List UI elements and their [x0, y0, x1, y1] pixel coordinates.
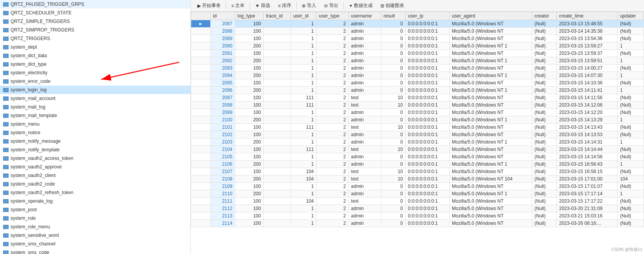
- sidebar-item-system_oauth2_approve[interactable]: system_oauth2_approve: [0, 163, 190, 171]
- sidebar-item-label: QRTZ_SCHEDULER_STATE: [11, 10, 72, 16]
- sidebar-item-system_sms_channel[interactable]: system_sms_channel: [0, 240, 190, 248]
- table-row[interactable]: 210210012admin00:0:0:0:0:0:0:1Mozilla/5.…: [191, 131, 644, 138]
- table-cell: Mozilla/5.0 (Windows NT: [449, 183, 532, 190]
- sidebar-item-system_notice[interactable]: system_notice: [0, 128, 190, 137]
- table-cell: 2105: [211, 153, 235, 161]
- toolbar-btn-数据生成[interactable]: ✦数据生成: [345, 1, 376, 11]
- sidebar-item-QRTZ_SIMPLE_TRIGGERS[interactable]: QRTZ_SIMPLE_TRIGGERS: [0, 17, 190, 26]
- table-row[interactable]: 210620012admin00:0:0:0:0:0:0:1Mozilla/5.…: [191, 161, 644, 168]
- sidebar-item-system_error_code[interactable]: system_error_code: [0, 77, 190, 86]
- table-row[interactable]: 209310012admin00:0:0:0:0:0:0:1Mozilla/5.…: [191, 65, 644, 72]
- row-indicator: [191, 220, 211, 227]
- table-row[interactable]: 210510012admin00:0:0:0:0:0:0:1Mozilla/5.…: [191, 153, 644, 161]
- sidebar-item-system_mail_log[interactable]: system_mail_log: [0, 103, 190, 111]
- table-header-result[interactable]: result: [381, 12, 405, 20]
- table-header-username[interactable]: username: [348, 12, 381, 20]
- sidebar-item-system_sms_code[interactable]: system_sms_code: [0, 248, 190, 254]
- table-row[interactable]: 209620012admin00:0:0:0:0:0:0:1Mozilla/5.…: [191, 87, 644, 94]
- sidebar-item-QRTZ_SCHEDULER_STATE[interactable]: QRTZ_SCHEDULER_STATE: [0, 9, 190, 17]
- table-header-creator[interactable]: creator: [532, 12, 556, 20]
- table-cell: 0:0:0:0:0:0:0:1: [405, 109, 449, 116]
- table-row[interactable]: 211310012admin00:0:0:0:0:0:0:1Mozilla/5.…: [191, 212, 644, 220]
- table-row[interactable]: 20971001112test100:0:0:0:0:0:0:1Mozilla/…: [191, 94, 644, 102]
- sidebar-item-system_oauth2_code[interactable]: system_oauth2_code: [0, 180, 190, 188]
- table-cell: (Null): [532, 102, 556, 109]
- table-cell: test: [348, 198, 381, 205]
- table-row[interactable]: 20981001112test100:0:0:0:0:0:0:1Mozilla/…: [191, 102, 644, 109]
- table-row[interactable]: 208910012admin00:0:0:0:0:0:0:1Mozilla/5.…: [191, 35, 644, 42]
- table-row[interactable]: 21011001112test100:0:0:0:0:0:0:1Mozilla/…: [191, 124, 644, 131]
- toolbar-btn-创建图表[interactable]: ⊞创建图表: [377, 1, 408, 11]
- table-row[interactable]: 211020012admin00:0:0:0:0:0:0:1Mozilla/5.…: [191, 190, 644, 198]
- table-cell: Mozilla/5.0 (Windows NT 1: [449, 116, 532, 124]
- sidebar-item-system_dept[interactable]: system_dept: [0, 43, 190, 51]
- sidebar-item-system_mail_template[interactable]: system_mail_template: [0, 111, 190, 120]
- table-row[interactable]: 208810012admin00:0:0:0:0:0:0:1Mozilla/5.…: [191, 28, 644, 35]
- table-row[interactable]: ▶208710012admin00:0:0:0:0:0:0:1Mozilla/5…: [191, 20, 644, 28]
- table-row[interactable]: 209020012admin00:0:0:0:0:0:0:1Mozilla/5.…: [191, 42, 644, 50]
- sidebar-item-QRTZ_TRIGGERS[interactable]: QRTZ_TRIGGERS: [0, 34, 190, 43]
- table-cell: 1: [618, 42, 644, 50]
- sidebar-item-QRTZ_PAUSED_TRIGGER_GRPS[interactable]: QRTZ_PAUSED_TRIGGER_GRPS: [0, 0, 190, 9]
- table-row[interactable]: 210320012admin00:0:0:0:0:0:0:1Mozilla/5.…: [191, 138, 644, 146]
- table-row[interactable]: 21082001042test100:0:0:0:0:0:0:1Mozilla/…: [191, 175, 644, 183]
- table-header-create_time[interactable]: create_time: [557, 12, 618, 20]
- table-header-trace_id[interactable]: trace_id: [264, 12, 291, 20]
- sidebar-item-system_oauth2_access_token[interactable]: system_oauth2_access_token: [0, 154, 190, 163]
- toolbar-btn-文本[interactable]: ≡文本: [228, 1, 248, 11]
- table-icon: [3, 156, 9, 161]
- table-header-log_type[interactable]: log_type: [235, 12, 263, 20]
- sidebar-item-system_post[interactable]: system_post: [0, 205, 190, 214]
- table-row[interactable]: 209110012admin00:0:0:0:0:0:0:1Mozilla/5.…: [191, 50, 644, 57]
- table-row[interactable]: 211410012admin00:0:0:0:0:0:0:1Mozilla/5.…: [191, 220, 644, 227]
- table-row[interactable]: 21071001042test100:0:0:0:0:0:0:1Mozilla/…: [191, 168, 644, 175]
- toolbar-btn-排序[interactable]: ≡排序: [274, 1, 295, 11]
- sidebar-item-system_electricity[interactable]: system_electricity: [0, 68, 190, 77]
- sidebar-item-system_operate_log[interactable]: system_operate_log: [0, 197, 190, 205]
- main-content: ▶开始事务≡文本▼筛选≡排序⊕导入⊖导出✦数据生成⊞创建图表 idlog_typ…: [191, 0, 644, 254]
- sidebar-item-system_dict_data[interactable]: system_dict_data: [0, 51, 190, 60]
- table-cell: admin: [348, 161, 381, 168]
- table-cell: 2023-03-15 14:13:43: [557, 124, 618, 131]
- table-header-user_id[interactable]: user_id: [291, 12, 317, 20]
- toolbar-btn-筛选[interactable]: ▼筛选: [252, 1, 274, 11]
- table-header-user_agent[interactable]: user_agent: [449, 12, 532, 20]
- sidebar-item-label: system_dict_type: [11, 61, 47, 67]
- table-header-updater[interactable]: updater: [618, 12, 644, 20]
- sidebar-item-system_oauth2_client[interactable]: system_oauth2_client: [0, 171, 190, 180]
- table-row[interactable]: 211210012admin00:0:0:0:0:0:0:1Mozilla/5.…: [191, 205, 644, 212]
- sidebar-item-system_oauth2_refresh_token[interactable]: system_oauth2_refresh_token: [0, 188, 190, 197]
- table-row[interactable]: 209420012admin00:0:0:0:0:0:0:1Mozilla/5.…: [191, 72, 644, 79]
- toolbar-btn-导出[interactable]: ⊖导出: [320, 1, 342, 11]
- sidebar-item-system_role_menu[interactable]: system_role_menu: [0, 222, 190, 231]
- sidebar-item-system_notify_template[interactable]: system_notify_template: [0, 145, 190, 154]
- table-row[interactable]: 21041001112test100:0:0:0:0:0:0:1Mozilla/…: [191, 146, 644, 153]
- table-container[interactable]: idlog_typetrace_iduser_iduser_typeuserna…: [191, 12, 644, 254]
- table-cell: (Null): [532, 131, 556, 138]
- sidebar-item-system_sensitive_word[interactable]: system_sensitive_word: [0, 231, 190, 240]
- table-row[interactable]: 209220012admin00:0:0:0:0:0:0:1Mozilla/5.…: [191, 57, 644, 65]
- table-header-user_ip[interactable]: user_ip: [405, 12, 449, 20]
- table-row[interactable]: 209510012admin00:0:0:0:0:0:0:1Mozilla/5.…: [191, 79, 644, 87]
- table-cell: 2112: [211, 205, 235, 212]
- table-row[interactable]: 210910012admin00:0:0:0:0:0:0:1Mozilla/5.…: [191, 183, 644, 190]
- table-cell: [264, 146, 291, 153]
- table-row[interactable]: 209910012admin00:0:0:0:0:0:0:1Mozilla/5.…: [191, 109, 644, 116]
- table-row[interactable]: 210020012admin00:0:0:0:0:0:0:1Mozilla/5.…: [191, 116, 644, 124]
- row-indicator: [191, 212, 211, 220]
- toolbar-btn-导入[interactable]: ⊕导入: [298, 1, 320, 11]
- sidebar-item-system_role[interactable]: system_role: [0, 214, 190, 222]
- sidebar-item-system_menu[interactable]: system_menu: [0, 120, 190, 128]
- sidebar-item-QRTZ_SIMPROP_TRIGGERS[interactable]: QRTZ_SIMPROP_TRIGGERS: [0, 26, 190, 34]
- table-header-id[interactable]: id: [211, 12, 235, 20]
- sidebar-item-system_notify_message[interactable]: system_notify_message: [0, 137, 190, 145]
- table-cell: 2023-03-15 17:17:22: [557, 198, 618, 205]
- sidebar-item-system_dict_type[interactable]: system_dict_type: [0, 60, 190, 68]
- sidebar-item-system_login_log[interactable]: system_login_log: [0, 86, 190, 94]
- table-cell: 0:0:0:0:0:0:0:1: [405, 72, 449, 79]
- table-header-user_type[interactable]: user_type: [316, 12, 348, 20]
- table-cell: 0:0:0:0:0:0:0:1: [405, 20, 449, 28]
- sidebar-item-system_mail_account[interactable]: system_mail_account: [0, 94, 190, 103]
- table-row[interactable]: 21111001042test00:0:0:0:0:0:0:1Mozilla/5…: [191, 198, 644, 205]
- toolbar-btn-开始事务[interactable]: ▶开始事务: [194, 1, 224, 11]
